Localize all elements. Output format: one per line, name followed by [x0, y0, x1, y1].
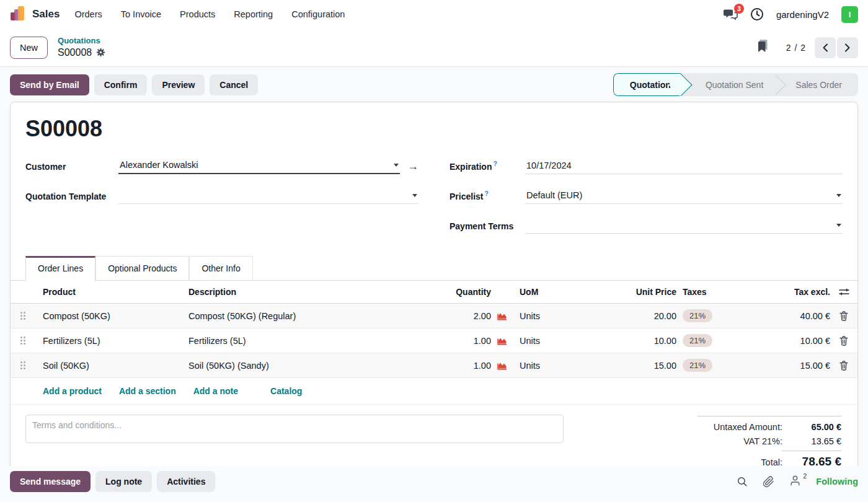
bookmark-icon[interactable] [755, 39, 769, 56]
tab-other-info[interactable]: Other Info [189, 256, 252, 281]
internal-link-arrow-icon[interactable]: → [407, 161, 418, 174]
cell-subtotal: 40.00 € [745, 311, 830, 321]
tax-badge[interactable]: 21% [683, 359, 712, 372]
state-quotation[interactable]: Quotation [613, 73, 681, 96]
untaxed-amount-label: Untaxed Amount: [714, 422, 782, 432]
cell-uom[interactable]: Units [512, 361, 556, 371]
following-toggle[interactable]: Following [816, 477, 858, 487]
chevron-down-icon[interactable] [836, 224, 841, 227]
state-sales-order[interactable]: Sales Order [779, 73, 858, 96]
col-description: Description [181, 287, 429, 297]
catalog-link[interactable]: Catalog [270, 386, 302, 396]
vat-value: 13.65 € [782, 436, 841, 446]
activities-button[interactable]: Activities [157, 471, 215, 492]
optional-columns-icon[interactable] [830, 288, 857, 296]
totals-block: Untaxed Amount: 65.00 € VAT 21%: 13.65 €… [698, 416, 841, 466]
payment-terms-label: Payment Terms [450, 221, 525, 234]
customer-field[interactable]: Alexander Kowalski [118, 158, 400, 174]
cell-subtotal: 15.00 € [745, 361, 830, 371]
pager-counter: 2 / 2 [786, 43, 806, 53]
untaxed-amount-value: 65.00 € [782, 422, 841, 432]
cancel-button[interactable]: Cancel [210, 74, 258, 95]
attachment-paperclip-icon[interactable] [763, 476, 774, 488]
preview-button[interactable]: Preview [152, 74, 205, 95]
add-product-link[interactable]: Add a product [43, 386, 102, 396]
breadcrumb-quotations-link[interactable]: Quotations [58, 36, 105, 46]
add-section-link[interactable]: Add a section [119, 386, 176, 396]
document-title: S00008 [25, 116, 843, 142]
cell-product[interactable]: Fertilizers (5L) [35, 336, 181, 346]
app-name[interactable]: Sales [32, 8, 60, 20]
chevron-down-icon[interactable] [394, 164, 399, 167]
new-button[interactable]: New [10, 37, 48, 59]
followers-icon[interactable]: 2 [789, 475, 801, 488]
order-line-row[interactable]: Compost (50KG) Compost (50KG) (Regular) … [11, 304, 857, 328]
forecast-icon[interactable] [491, 336, 512, 345]
forecast-icon[interactable] [491, 311, 512, 320]
messages-icon[interactable]: 3 [723, 8, 738, 20]
cell-quantity[interactable]: 2.00 [429, 311, 491, 321]
menu-to-invoice[interactable]: To Invoice [121, 9, 161, 19]
odoo-app-logo-icon[interactable] [10, 6, 26, 22]
log-note-button[interactable]: Log note [95, 471, 152, 492]
cell-quantity[interactable]: 1.00 [429, 336, 491, 346]
form-left-column: Customer Alexander Kowalski → Quotation … [25, 158, 418, 247]
user-menu[interactable]: gardeningV2 [776, 9, 829, 20]
avatar[interactable]: I [841, 6, 858, 23]
tax-badge[interactable]: 21% [683, 334, 712, 347]
chevron-down-icon[interactable] [836, 194, 841, 197]
cell-description[interactable]: Compost (50KG) (Regular) [181, 311, 429, 321]
delete-row-icon[interactable] [830, 361, 857, 371]
state-quotation-sent[interactable]: Quotation Sent [681, 73, 779, 96]
terms-input[interactable] [25, 415, 564, 443]
menu-reporting[interactable]: Reporting [234, 9, 273, 19]
cell-unit-price[interactable]: 10.00 [556, 336, 676, 346]
pager-previous-button[interactable] [815, 37, 836, 58]
menu-products[interactable]: Products [180, 9, 215, 19]
delete-row-icon[interactable] [830, 336, 857, 346]
gear-icon[interactable] [96, 48, 105, 57]
delete-row-icon[interactable] [830, 311, 857, 321]
cell-unit-price[interactable]: 20.00 [556, 311, 676, 321]
notebook-tabs: Order Lines Optional Products Other Info [11, 256, 857, 281]
customer-label: Customer [25, 162, 118, 174]
quotation-form-card: S00008 Customer Alexander Kowalski → [10, 102, 858, 466]
help-icon: ? [484, 190, 488, 197]
quotation-template-label: Quotation Template [25, 192, 118, 204]
pricelist-field[interactable]: Default (EUR) [525, 188, 843, 204]
payment-terms-field[interactable] [525, 219, 843, 234]
menu-configuration[interactable]: Configuration [291, 9, 345, 19]
send-by-email-button[interactable]: Send by Email [10, 74, 89, 95]
cell-quantity[interactable]: 1.00 [429, 361, 491, 371]
cell-uom[interactable]: Units [512, 311, 556, 321]
cell-unit-price[interactable]: 15.00 [556, 361, 676, 371]
cell-description[interactable]: Soil (50KG) (Sandy) [181, 361, 429, 371]
followers-count: 2 [803, 472, 807, 480]
drag-handle[interactable] [11, 312, 35, 320]
tab-optional-products[interactable]: Optional Products [95, 256, 189, 281]
confirm-button[interactable]: Confirm [94, 74, 148, 95]
cell-product[interactable]: Compost (50KG) [35, 311, 181, 321]
screen: Sales Orders To Invoice Products Reporti… [0, 0, 868, 502]
drag-handle[interactable] [11, 361, 35, 369]
quotation-template-field[interactable] [118, 189, 418, 204]
send-message-button[interactable]: Send message [10, 471, 91, 492]
cell-description[interactable]: Fertilizers (5L) [181, 336, 429, 346]
cell-uom[interactable]: Units [512, 336, 556, 346]
activities-clock-icon[interactable] [750, 7, 764, 21]
expiration-field[interactable]: 10/17/2024 [525, 159, 843, 174]
add-note-link[interactable]: Add a note [193, 386, 238, 396]
order-line-row[interactable]: Fertilizers (5L) Fertilizers (5L) 1.00 U… [11, 328, 857, 353]
order-line-row[interactable]: Soil (50KG) Soil (50KG) (Sandy) 1.00 Uni… [11, 353, 857, 378]
tax-badge[interactable]: 21% [683, 309, 712, 322]
pricelist-label: Pricelist? [450, 190, 525, 204]
chevron-down-icon[interactable] [412, 194, 417, 197]
forecast-icon[interactable] [491, 361, 512, 370]
menu-orders[interactable]: Orders [74, 9, 102, 19]
pager-next-button[interactable] [837, 37, 858, 58]
col-quantity: Quantity [429, 287, 491, 297]
tab-order-lines[interactable]: Order Lines [25, 256, 95, 281]
search-messages-icon[interactable] [737, 476, 748, 487]
cell-product[interactable]: Soil (50KG) [35, 361, 181, 371]
drag-handle[interactable] [11, 337, 35, 345]
